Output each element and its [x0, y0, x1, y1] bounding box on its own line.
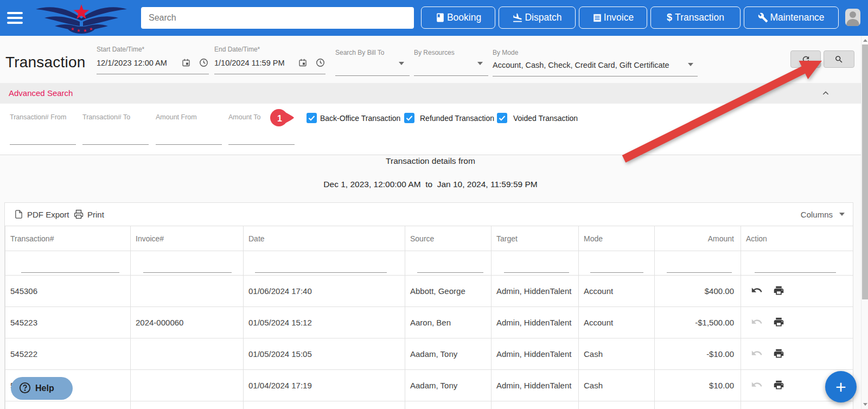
- user-avatar[interactable]: [845, 9, 860, 26]
- cell-source: Aaron, Ben: [405, 307, 492, 338]
- cell-date: 01/05/2024 15:05: [244, 338, 405, 370]
- refresh-icon: [801, 55, 810, 64]
- columns-button[interactable]: Columns: [801, 203, 845, 226]
- calendar-icon[interactable]: [182, 58, 190, 69]
- nav-invoice-button[interactable]: Invoice: [579, 7, 647, 29]
- col-source[interactable]: Source: [405, 226, 492, 251]
- transaction-from-field: Transaction# From: [10, 104, 76, 145]
- undo-icon[interactable]: [751, 284, 763, 298]
- voided-checkbox[interactable]: [497, 113, 507, 123]
- svg-text:1: 1: [277, 114, 282, 123]
- back-office-checkbox[interactable]: [307, 113, 317, 123]
- mode-label: By Mode: [493, 49, 518, 56]
- filter-input-amount[interactable]: [667, 261, 732, 273]
- col-date[interactable]: Date: [244, 226, 405, 251]
- pdf-export-button[interactable]: PDF Export: [14, 203, 69, 226]
- chevron-down-icon: [839, 213, 845, 216]
- chevron-down-icon: [477, 62, 483, 65]
- calendar-icon[interactable]: [298, 58, 307, 69]
- cell-mode: Account: [579, 307, 655, 338]
- clock-icon[interactable]: [316, 58, 325, 69]
- check-icon: [308, 114, 316, 122]
- print-row-icon[interactable]: [773, 348, 784, 361]
- col-invoice[interactable]: Invoice#: [131, 226, 244, 251]
- amount-from-input[interactable]: [156, 144, 222, 145]
- clock-icon[interactable]: [199, 58, 208, 69]
- start-date-value[interactable]: 12/1/2023 12:00 AM: [97, 59, 167, 67]
- annotation-badge-1: 1: [270, 108, 295, 129]
- refunded-checkbox[interactable]: [404, 113, 414, 123]
- filter-input-target[interactable]: [504, 261, 569, 273]
- col-target[interactable]: Target: [492, 226, 579, 251]
- print-row-icon[interactable]: [773, 379, 784, 392]
- end-date-label: End Date/Time*: [214, 46, 260, 53]
- filter-input-transaction[interactable]: [21, 261, 119, 273]
- undo-icon[interactable]: [751, 347, 763, 361]
- print-button[interactable]: Print: [74, 203, 104, 226]
- transaction-to-field: Transaction# To: [82, 104, 149, 145]
- scroll-up-icon: [863, 39, 867, 42]
- table-toolbar: PDF Export Print Columns: [5, 203, 853, 226]
- table-row: 54522201/05/2024 15:05Aadam, TonyAdmin, …: [5, 338, 853, 370]
- check-icon: [498, 114, 506, 122]
- cell-invoice: [131, 370, 244, 401]
- page-title: Transaction: [5, 54, 85, 71]
- summary-title: Transaction details from: [0, 156, 861, 166]
- search-icon: [834, 55, 844, 64]
- nav-maintenance-button[interactable]: Maintenance: [744, 7, 839, 29]
- help-button[interactable]: Help: [11, 377, 73, 400]
- amount-to-label: Amount To: [228, 113, 261, 121]
- filter-input-action[interactable]: [755, 261, 836, 273]
- amount-to-input[interactable]: [228, 144, 295, 145]
- filter-input-invoice[interactable]: [143, 261, 232, 273]
- cell-target: Admin, HiddenTalent: [492, 338, 579, 370]
- cell-mode: Account: [579, 276, 655, 307]
- svg-text:★: ★: [76, 28, 80, 33]
- filter-input-source[interactable]: [417, 261, 483, 273]
- transaction-to-input[interactable]: [82, 144, 149, 145]
- mode-select[interactable]: By Mode Account, Cash, Check, Credit Car…: [493, 36, 698, 76]
- menu-icon[interactable]: [7, 12, 23, 24]
- search-button[interactable]: [824, 50, 854, 68]
- bill-to-select[interactable]: Search By Bill To: [335, 36, 410, 76]
- refunded-label: Refunded Transaction: [420, 114, 494, 123]
- maintenance-icon: [758, 12, 768, 23]
- advanced-search-header[interactable]: Advanced Search: [0, 83, 861, 104]
- filter-input-mode[interactable]: [590, 261, 643, 273]
- company-logo: ★ ★ ★ ★: [34, 2, 129, 36]
- cell-date: 01/05/2024 15:12: [244, 307, 405, 338]
- filter-input-date[interactable]: [255, 261, 387, 273]
- nav-booking-button[interactable]: Booking: [421, 7, 495, 29]
- col-mode[interactable]: Mode: [579, 226, 655, 251]
- cell-target: Admin, HiddenTalent: [492, 370, 579, 401]
- search-input[interactable]: [141, 7, 414, 29]
- chevron-up-icon[interactable]: [821, 89, 830, 100]
- col-transaction[interactable]: Transaction#: [5, 226, 131, 251]
- end-date-field: End Date/Time* 1/10/2024 11:59 PM: [214, 36, 326, 74]
- undo-icon[interactable]: [751, 379, 763, 392]
- svg-text:★: ★: [83, 28, 87, 33]
- cell-date: 01/06/2024 17:40: [244, 276, 405, 307]
- end-date-value[interactable]: 1/10/2024 11:59 PM: [214, 59, 285, 67]
- plus-icon: +: [825, 371, 857, 402]
- scrollbar[interactable]: [861, 36, 868, 409]
- invoice-icon: [592, 13, 602, 23]
- nav-dispatch-button[interactable]: Dispatch: [499, 7, 576, 29]
- advanced-search-panel: Transaction# From Transaction# To Amount…: [0, 104, 861, 155]
- resources-select[interactable]: By Resources: [414, 36, 488, 76]
- transaction-from-input[interactable]: [10, 144, 76, 145]
- top-nav-bar: ★ ★ ★ ★ Booking Dispatch Invoice $ Tra: [0, 0, 868, 36]
- col-amount[interactable]: Amount: [655, 226, 741, 251]
- undo-icon[interactable]: [751, 316, 763, 329]
- add-button[interactable]: +: [825, 371, 857, 402]
- cell-amount: -$10.00: [655, 338, 741, 370]
- cell-action: [741, 307, 853, 338]
- refresh-button[interactable]: [790, 50, 821, 68]
- nav-transaction-button[interactable]: $ Transaction: [650, 7, 741, 29]
- print-row-icon[interactable]: [773, 285, 784, 298]
- check-icon: [405, 114, 413, 122]
- pdf-file-icon: [14, 209, 23, 220]
- cell-invoice: [131, 338, 244, 370]
- print-row-icon[interactable]: [773, 316, 784, 329]
- scroll-down-icon: [863, 403, 867, 406]
